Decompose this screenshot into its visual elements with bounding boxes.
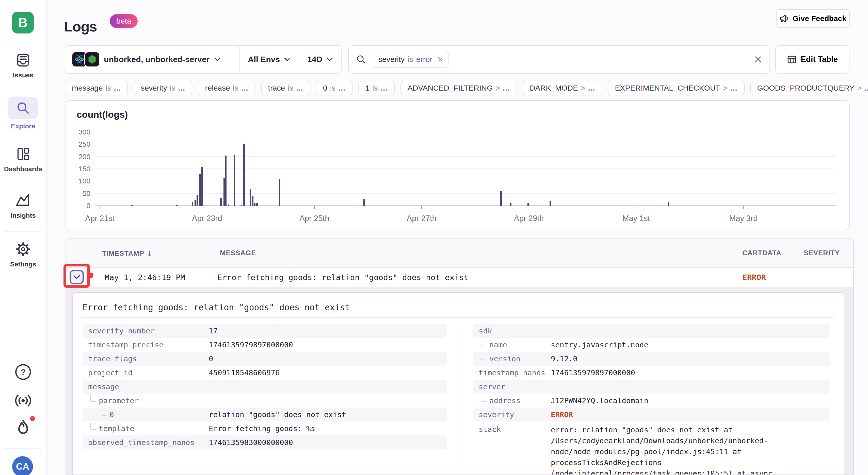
x-axis-tick — [743, 206, 744, 209]
chart-bar — [225, 156, 226, 206]
give-feedback-button[interactable]: Give Feedback — [776, 9, 850, 28]
issues-icon — [15, 52, 31, 68]
attribute-key: observed_timestamp_nanos — [83, 438, 209, 447]
attribute-key: version — [473, 354, 551, 363]
table-icon — [787, 55, 797, 64]
attribute-key: name — [473, 341, 551, 349]
table-row[interactable]: May 1, 2:46:19 PM Error fetching goods: … — [66, 268, 853, 287]
date-range-selector[interactable]: 14D — [299, 55, 341, 64]
attribute-key: address — [473, 396, 551, 405]
insights-icon — [15, 192, 31, 209]
attribute-value: relation "goods" does not exist — [209, 410, 346, 419]
column-header-label: CARTDATA — [742, 249, 781, 257]
attribute-key: stack — [473, 425, 551, 434]
org-logo[interactable]: B — [12, 12, 34, 33]
filter-chip[interactable]: messageis... — [65, 81, 128, 95]
attribute-value: error: relation "goods" does not exist a… — [551, 425, 825, 475]
chip-operator: > — [495, 84, 500, 92]
attribute-key: parameter — [83, 396, 209, 405]
clear-search-icon[interactable] — [754, 55, 762, 64]
chart-y-axis: 050100150200250300 — [66, 132, 90, 206]
environment-selector[interactable]: All Envs — [240, 55, 299, 64]
token-value: error — [416, 55, 432, 64]
filter-chip[interactable]: ADVANCED_FILTERING>... — [401, 81, 517, 95]
attribute-row: message — [83, 380, 447, 394]
filter-chip[interactable]: 1is... — [358, 81, 395, 95]
chip-key: trace — [268, 84, 285, 92]
edit-table-button[interactable]: Edit Table — [775, 45, 849, 74]
attribute-key: timestamp_nanos — [473, 368, 551, 377]
column-header-timestamp[interactable]: TIMESTAMP↓ — [102, 249, 153, 258]
chip-key: ADVANCED_FILTERING — [408, 84, 493, 92]
filter-chip[interactable]: EXPERIMENTAL_CHECKOUT>... — [608, 81, 744, 95]
user-avatar[interactable]: CA — [12, 456, 33, 475]
search-filter-token[interactable]: severity is error — [373, 51, 448, 68]
sidebar-item-label: Dashboards — [4, 165, 42, 173]
help-icon: ? — [15, 364, 31, 380]
broadcast-button[interactable] — [0, 393, 46, 408]
column-header-severity[interactable]: SEVERITY — [804, 249, 840, 257]
filter-chip[interactable]: DARK_MODE>... — [523, 81, 602, 95]
attribute-row: namesentry.javascript.node — [473, 338, 830, 352]
chip-value-ellipsis: ... — [114, 84, 121, 92]
remove-token-icon[interactable] — [438, 57, 443, 62]
sidebar-item-settings[interactable]: Settings — [0, 241, 46, 268]
whats-new-flame-icon — [15, 419, 31, 436]
chart-bar — [668, 202, 669, 206]
chart-bar — [279, 179, 280, 206]
chip-key: severity — [141, 84, 167, 92]
filter-chip[interactable]: severityis... — [133, 81, 192, 95]
attribute-key: timestamp_precise — [83, 341, 209, 349]
expand-row-button[interactable] — [70, 270, 84, 284]
date-range-value: 14D — [307, 55, 322, 64]
token-operator: is — [408, 55, 413, 64]
chip-operator: is — [233, 84, 239, 92]
tree-branch-icon — [90, 423, 96, 430]
attribute-row: templateError fetching goods: %s — [83, 421, 447, 435]
search-icon — [356, 54, 366, 64]
whats-new-button[interactable] — [0, 419, 46, 436]
attribute-value: 9.12.0 — [551, 354, 578, 363]
sidebar-item-label: Settings — [10, 260, 36, 268]
attribute-row: timestamp_nanos1746135979897000000 — [473, 366, 830, 380]
sidebar-item-insights[interactable]: Insights — [0, 192, 46, 219]
chart-bar — [256, 203, 258, 206]
chart-plot-area[interactable]: Apr 21stApr 23rdApr 25thApr 27thApr 29th… — [95, 132, 837, 206]
filter-chip[interactable]: 0is... — [316, 81, 352, 95]
chart-bar — [500, 191, 502, 206]
chip-operator: > — [857, 84, 862, 92]
chart-bar — [192, 202, 193, 206]
chart-bar — [223, 178, 225, 206]
gear-icon — [15, 241, 31, 257]
filter-chip[interactable]: releaseis... — [198, 81, 255, 95]
sidebar-item-label: Issues — [13, 71, 33, 79]
megaphone-icon — [779, 14, 788, 23]
x-axis-tick-label: Apr 29th — [514, 214, 544, 223]
sidebar-item-explore[interactable]: Explore — [0, 97, 46, 130]
y-axis-tick-label: 200 — [79, 153, 90, 161]
expanded-row-region: Error fetching goods: relation "goods" d… — [66, 287, 853, 474]
help-button[interactable]: ? — [0, 364, 46, 380]
chart-bar — [202, 167, 203, 206]
filter-chip[interactable]: GOODS_PRODUCTQUERY>... — [750, 81, 868, 95]
search-input[interactable]: severity is error — [348, 45, 770, 74]
attribute-value: 17 — [209, 327, 218, 335]
column-header-cartdata[interactable]: CARTDATA — [742, 249, 781, 257]
attribute-row: severityERROR — [473, 408, 830, 421]
detail-attributes-right: sdknamesentry.javascript.nodeversion9.12… — [473, 324, 830, 475]
row-timestamp: May 1, 2:46:19 PM — [105, 273, 185, 282]
environment-selector-value: All Envs — [248, 55, 280, 64]
attribute-key: severity_number — [83, 327, 209, 335]
tree-branch-icon — [481, 395, 486, 402]
filter-chip[interactable]: traceis... — [261, 81, 310, 95]
column-header-message[interactable]: MESSAGE — [220, 249, 256, 257]
chip-key: message — [72, 84, 103, 92]
project-selector[interactable]: unborked, unborked-server — [65, 52, 239, 66]
project-selector-value: unborked, unborked-server — [104, 55, 210, 64]
sidebar-item-dashboards[interactable]: Dashboards — [0, 146, 46, 173]
chart-bar — [234, 155, 235, 206]
attribute-row: stackerror: relation "goods" does not ex… — [473, 421, 830, 475]
chip-key: 1 — [365, 84, 370, 92]
sidebar-item-issues[interactable]: Issues — [0, 52, 46, 79]
detail-title: Error fetching goods: relation "goods" d… — [83, 302, 350, 312]
